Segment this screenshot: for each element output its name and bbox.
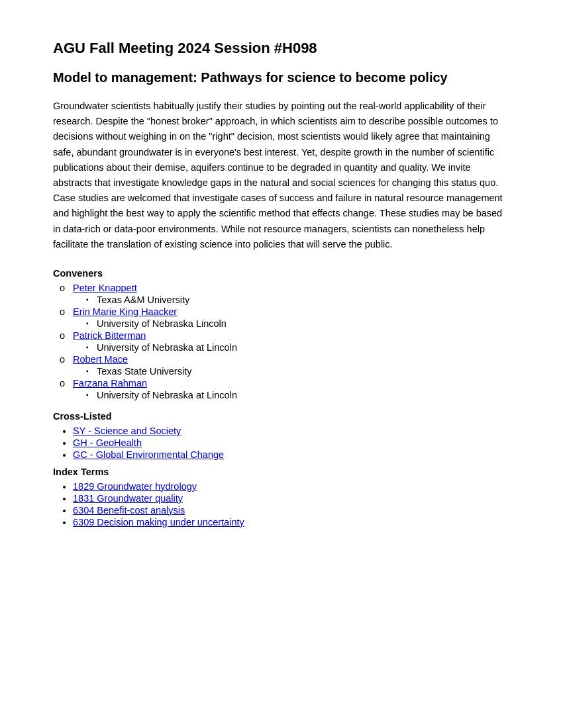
index-term-item-0: 1829 Groundwater hydrology <box>73 481 510 492</box>
cross-listed-item-0: SY - Science and Society <box>73 426 510 436</box>
cross-listed-list: SY - Science and SocietyGH - GeoHealthGC… <box>53 426 510 460</box>
convener-link-0[interactable]: Peter Knappett <box>73 283 137 293</box>
index-term-link-2[interactable]: 6304 Benefit-cost analysis <box>73 505 185 516</box>
convener-link-4[interactable]: Farzana Rahman <box>73 378 147 388</box>
conveners-label: Conveners <box>53 268 510 279</box>
index-terms-section: Index Terms 1829 Groundwater hydrology18… <box>53 467 510 527</box>
cross-listed-item-1: GH - GeoHealth <box>73 437 510 448</box>
conveners-section: Conveners Peter KnappettTexas A&M Univer… <box>53 268 510 400</box>
cross-listed-section: Cross-Listed SY - Science and SocietyGH … <box>53 411 510 460</box>
convener-affiliation-3: Texas State University <box>86 366 510 377</box>
index-term-item-2: 6304 Benefit-cost analysis <box>73 505 510 516</box>
convener-item-0: Peter KnappettTexas A&M University <box>73 283 510 305</box>
cross-listed-link-2[interactable]: GC - Global Environmental Change <box>73 449 224 460</box>
index-term-item-1: 1831 Groundwater quality <box>73 493 510 504</box>
convener-affiliation-1: University of Nebraska Lincoln <box>86 318 510 329</box>
convener-link-2[interactable]: Patrick Bitterman <box>73 330 146 341</box>
index-term-item-3: 6309 Decision making under uncertainty <box>73 517 510 527</box>
convener-affiliation-4: University of Nebraska at Lincoln <box>86 390 510 400</box>
session-title: Model to management: Pathways for scienc… <box>53 70 510 85</box>
convener-affiliation-2: University of Nebraska at Lincoln <box>86 342 510 353</box>
index-terms-list: 1829 Groundwater hydrology1831 Groundwat… <box>53 481 510 527</box>
cross-listed-link-1[interactable]: GH - GeoHealth <box>73 437 142 448</box>
convener-link-1[interactable]: Erin Marie King Haacker <box>73 306 177 317</box>
convener-item-1: Erin Marie King HaackerUniversity of Neb… <box>73 306 510 329</box>
index-term-link-3[interactable]: 6309 Decision making under uncertainty <box>73 517 244 527</box>
convener-item-2: Patrick BittermanUniversity of Nebraska … <box>73 330 510 353</box>
cross-listed-link-0[interactable]: SY - Science and Society <box>73 426 181 436</box>
convener-item-4: Farzana RahmanUniversity of Nebraska at … <box>73 378 510 400</box>
session-description: Groundwater scientists habitually justif… <box>53 99 510 252</box>
index-term-link-0[interactable]: 1829 Groundwater hydrology <box>73 481 197 492</box>
cross-listed-item-2: GC - Global Environmental Change <box>73 449 510 460</box>
conveners-list: Peter KnappettTexas A&M UniversityErin M… <box>53 283 510 400</box>
convener-affiliation-0: Texas A&M University <box>86 295 510 305</box>
page-title: AGU Fall Meeting 2024 Session #H098 <box>53 40 510 57</box>
convener-link-3[interactable]: Robert Mace <box>73 354 128 365</box>
index-terms-label: Index Terms <box>53 467 510 477</box>
cross-listed-label: Cross-Listed <box>53 411 510 422</box>
index-term-link-1[interactable]: 1831 Groundwater quality <box>73 493 183 504</box>
convener-item-3: Robert MaceTexas State University <box>73 354 510 377</box>
